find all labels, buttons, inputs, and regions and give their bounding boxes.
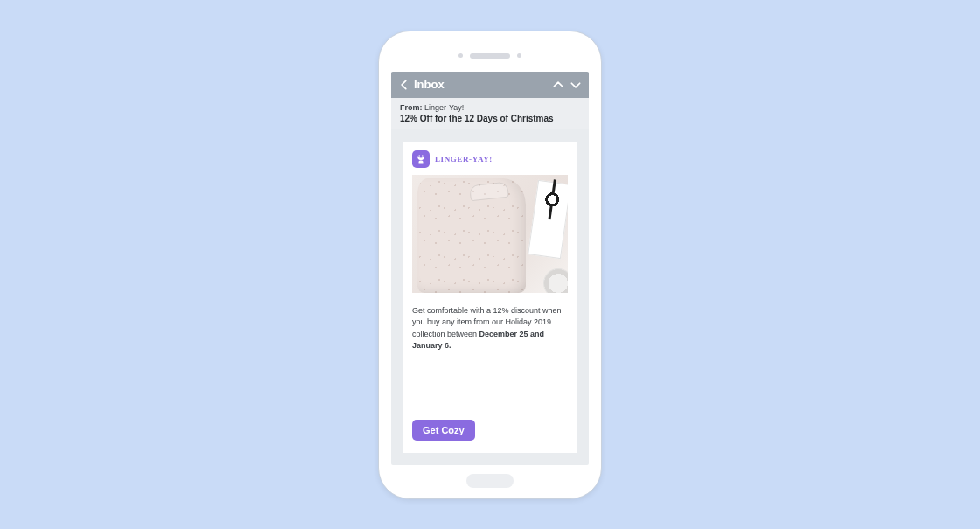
phone-screen: Inbox From: Linger-Yay! 12% Off for the … <box>391 72 589 465</box>
from-line: From: Linger-Yay! <box>400 103 580 112</box>
brand-name: LINGER-YAY! <box>435 155 493 164</box>
hero-image <box>412 175 568 293</box>
prev-message-icon[interactable] <box>552 79 564 91</box>
watch-illustration <box>543 191 561 208</box>
back-icon[interactable] <box>398 79 410 91</box>
cup-illustration <box>543 268 568 293</box>
spacer <box>412 352 568 420</box>
from-label: From: <box>400 103 423 112</box>
home-button[interactable] <box>466 474 514 488</box>
camera-dot <box>517 53 522 58</box>
from-value: Linger-Yay! <box>424 103 464 112</box>
email-body: Get comfortable with a 12% discount when… <box>412 305 568 352</box>
phone-speaker <box>470 53 510 59</box>
brand-row: LINGER-YAY! <box>412 150 568 168</box>
subject-line: 12% Off for the 12 Days of Christmas <box>400 114 580 123</box>
message-meta: From: Linger-Yay! 12% Off for the 12 Day… <box>391 98 589 129</box>
phone-speaker-row <box>391 49 589 63</box>
message-content-area: LINGER-YAY! Get comfortable with a 12% d… <box>391 129 589 465</box>
next-message-icon[interactable] <box>570 79 582 91</box>
pajama-illustration <box>417 178 526 293</box>
get-cozy-button[interactable]: Get Cozy <box>412 420 475 441</box>
sensor-dot <box>458 53 463 58</box>
tray-illustration <box>528 179 568 258</box>
mail-header-bar: Inbox <box>391 72 589 98</box>
email-card: LINGER-YAY! Get comfortable with a 12% d… <box>403 142 577 453</box>
phone-frame: Inbox From: Linger-Yay! 12% Off for the … <box>378 31 602 499</box>
brand-logo-icon <box>412 150 430 168</box>
header-title: Inbox <box>414 78 552 91</box>
